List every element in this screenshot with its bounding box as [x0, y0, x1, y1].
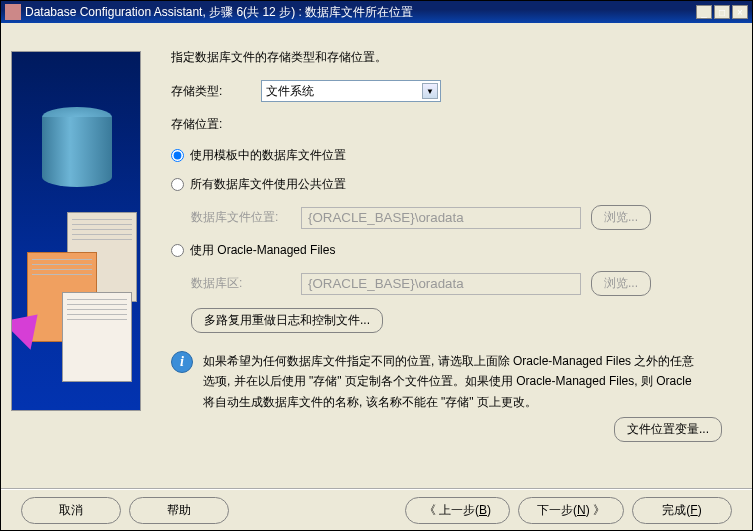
- browse-dbarea-button: 浏览...: [591, 271, 651, 296]
- db-area-field-label: 数据库区:: [191, 275, 291, 292]
- storage-type-select[interactable]: 文件系统 ▼: [261, 80, 441, 102]
- dialog-window: Database Configuration Assistant, 步骤 6(共…: [0, 0, 753, 531]
- common-location-field-label: 数据库文件位置:: [191, 209, 291, 226]
- multiplex-button[interactable]: 多路复用重做日志和控制文件...: [191, 308, 383, 333]
- browse-common-button: 浏览...: [591, 205, 651, 230]
- file-location-vars-button[interactable]: 文件位置变量...: [614, 417, 722, 442]
- storage-type-value: 文件系统: [266, 83, 314, 100]
- radio-template-label: 使用模板中的数据库文件位置: [190, 147, 346, 164]
- radio-omf[interactable]: [171, 244, 184, 257]
- finish-button[interactable]: 完成(F): [632, 497, 732, 524]
- back-button[interactable]: 《 上一步(B): [405, 497, 510, 524]
- storage-location-label: 存储位置:: [171, 116, 261, 133]
- storage-type-label: 存储类型:: [171, 83, 261, 100]
- close-button[interactable]: ×: [732, 5, 748, 19]
- info-text: 如果希望为任何数据库文件指定不同的位置, 请选取上面除 Oracle-Manag…: [203, 351, 702, 412]
- minimize-button[interactable]: _: [696, 5, 712, 19]
- chevron-down-icon: ▼: [422, 83, 438, 99]
- wizard-graphic: [11, 51, 141, 411]
- next-button[interactable]: 下一步(N) 》: [518, 497, 624, 524]
- content-area: 指定数据库文件的存储类型和存储位置。 存储类型: 文件系统 ▼ 存储位置: 使用…: [1, 23, 752, 488]
- radio-common-location[interactable]: [171, 178, 184, 191]
- footer: 取消 帮助 《 上一步(B) 下一步(N) 》 完成(F): [1, 488, 752, 530]
- radio-omf-label: 使用 Oracle-Managed Files: [190, 242, 335, 259]
- info-box: i 如果希望为任何数据库文件指定不同的位置, 请选取上面除 Oracle-Man…: [171, 351, 722, 412]
- intro-text: 指定数据库文件的存储类型和存储位置。: [171, 49, 722, 66]
- radio-template-location[interactable]: [171, 149, 184, 162]
- window-title: Database Configuration Assistant, 步骤 6(共…: [25, 4, 696, 21]
- cancel-button[interactable]: 取消: [21, 497, 121, 524]
- radio-common-label: 所有数据库文件使用公共位置: [190, 176, 346, 193]
- app-icon: [5, 4, 21, 20]
- db-area-input: [301, 273, 581, 295]
- help-button[interactable]: 帮助: [129, 497, 229, 524]
- info-icon: i: [171, 351, 193, 373]
- left-panel: [1, 23, 161, 488]
- titlebar: Database Configuration Assistant, 步骤 6(共…: [1, 1, 752, 23]
- database-icon: [42, 107, 112, 197]
- maximize-button[interactable]: □: [714, 5, 730, 19]
- common-location-input: [301, 207, 581, 229]
